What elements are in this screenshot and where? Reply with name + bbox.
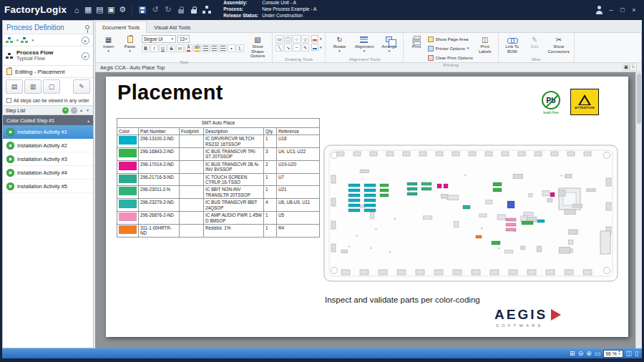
sync-back-button[interactable]: ↺ xyxy=(149,3,162,17)
chevron-down-icon: ▼ xyxy=(128,50,131,54)
print-button[interactable]: Print xyxy=(406,34,426,62)
step-item[interactable]: Installation Activity #1 xyxy=(3,125,93,139)
save-button[interactable] xyxy=(136,3,149,17)
polygon-shape-button[interactable]: ◇ xyxy=(301,35,309,43)
pin-icon[interactable] xyxy=(85,25,89,29)
font-name-select[interactable]: Segoe UI▼ xyxy=(142,35,176,43)
print-labels-button[interactable]: ◫ Print Labels xyxy=(475,34,495,62)
step-item[interactable]: Installation Activity #4 xyxy=(3,166,93,180)
font-color-button[interactable]: A xyxy=(185,44,192,52)
document-canvas[interactable]: Placement SMT Auto Place ColorPart Numbe… xyxy=(95,72,642,348)
arrange-icon xyxy=(386,36,392,42)
italic-button[interactable]: I xyxy=(150,44,158,52)
documents-icon[interactable]: ▤ xyxy=(94,5,105,14)
printer-options-button[interactable]: Printer Options▼ xyxy=(428,44,472,52)
underline-button[interactable]: U xyxy=(159,44,167,52)
user-menu-button[interactable] xyxy=(592,3,605,17)
collapse-icon[interactable]: ▴ xyxy=(87,118,89,123)
pencil-tool-button[interactable]: ✎ xyxy=(301,44,309,52)
zoom-in-icon[interactable]: ⊕ xyxy=(586,351,592,357)
step-item[interactable]: Installation Activity #3 xyxy=(3,152,93,166)
fit-page-icon[interactable]: ▯ xyxy=(635,351,638,357)
remove-step-button[interactable]: − xyxy=(71,107,77,114)
align-right-button[interactable] xyxy=(219,44,227,52)
align-center-button[interactable] xyxy=(210,44,218,52)
open-flow-icon[interactable]: ▸ xyxy=(82,52,89,60)
home-icon[interactable]: ⌂ xyxy=(71,6,82,14)
flow-edit-icon[interactable] xyxy=(23,37,26,39)
align-left-button[interactable] xyxy=(202,44,210,52)
view-steps-button[interactable]: ▤ xyxy=(6,79,23,94)
dashboard-icon[interactable]: ▦ xyxy=(82,5,94,14)
paste-button[interactable]: Paste ▼ xyxy=(120,34,140,59)
preview-button[interactable]: ▢ xyxy=(43,79,60,94)
ellipse-shape-button[interactable]: ○ xyxy=(293,35,301,43)
add-step-button[interactable]: + xyxy=(62,107,69,114)
printer-options-icon xyxy=(428,46,434,52)
insert-button[interactable]: ▦ Insert ▼ xyxy=(99,34,118,59)
rotate-button[interactable]: ↻ Rotate ▼ xyxy=(328,34,350,56)
library-icon[interactable]: ▣ xyxy=(105,5,117,14)
pan-tool-icon[interactable]: ⊞ xyxy=(570,351,575,357)
bullet-list-button[interactable]: • xyxy=(228,44,235,52)
alignment-button[interactable]: Alignment ▼ xyxy=(352,34,376,56)
sync-forward-button[interactable]: ↻ xyxy=(162,3,175,17)
settings-gear-icon[interactable]: ⚙ xyxy=(117,5,128,14)
zoom-select-icon[interactable]: ▭ xyxy=(595,351,601,357)
rectangle-shape-button[interactable]: ▭ xyxy=(275,35,283,43)
highlight-button[interactable]: ab xyxy=(193,44,201,52)
vertical-scrollbar[interactable] xyxy=(635,72,642,348)
close-button[interactable]: × xyxy=(628,6,640,14)
arrange-button[interactable]: Arrange ▼ xyxy=(378,34,400,56)
board-view-icon[interactable]: ▣ xyxy=(623,64,630,71)
move-step-down-icon[interactable]: ▼ xyxy=(86,108,90,112)
clear-print-options-button[interactable]: Clear Print Options xyxy=(428,54,472,62)
numbered-list-button[interactable]: 1. xyxy=(236,44,244,52)
fill-color-dropdown[interactable]: ▼ xyxy=(311,35,322,42)
line-color-dropdown[interactable]: ▼ xyxy=(311,44,322,51)
step-item[interactable]: Installation Activity #2 xyxy=(3,139,93,152)
unlock-button[interactable] xyxy=(175,3,187,17)
arrow-tool-button[interactable]: ↘ xyxy=(284,44,292,52)
scrollbar-thumb[interactable] xyxy=(637,74,641,124)
refresh-flow-icon[interactable]: ▸ xyxy=(82,36,89,44)
edit-document-button[interactable]: ✎ xyxy=(73,79,90,94)
step-group-header[interactable]: Color Coded Step #1 ▴ xyxy=(3,115,93,125)
edit-button[interactable]: ✎ Edit xyxy=(525,34,545,56)
process-flow-row[interactable]: Process Flow Typical Flow ▸ xyxy=(3,47,93,65)
assembly-label: Assembly: xyxy=(223,0,262,6)
flow-view-icon[interactable] xyxy=(8,37,11,39)
edit-steps-button[interactable]: ▥ xyxy=(24,79,42,94)
fill-color-icon xyxy=(311,35,318,42)
process-tree-button[interactable] xyxy=(200,3,213,17)
superscript-button[interactable]: x² xyxy=(176,44,184,52)
order-checkbox[interactable] xyxy=(6,98,11,103)
move-step-up-icon[interactable]: ▲ xyxy=(79,108,84,112)
chevron-down-icon[interactable]: ▼ xyxy=(16,39,19,42)
maximize-button[interactable]: □ xyxy=(617,6,628,14)
show-shape-options-button[interactable]: ▧ Show Shape Options xyxy=(246,34,269,59)
link-to-bom-button[interactable]: Link To BOM xyxy=(502,34,523,56)
tab-visual-aid-tools[interactable]: Visual Aid Tools xyxy=(147,21,197,32)
paste-label: Paste xyxy=(125,44,135,49)
tab-document-tools[interactable]: Document Tools xyxy=(95,21,147,33)
line-tool-button[interactable]: ╲ xyxy=(275,44,283,52)
minimize-button[interactable]: – xyxy=(605,6,617,14)
strikethrough-button[interactable]: S xyxy=(167,44,175,52)
curve-tool-button[interactable]: ~ xyxy=(293,44,301,52)
bold-button[interactable]: B xyxy=(142,44,150,52)
pcb-diagram xyxy=(323,144,620,284)
refresh-document-icon[interactable]: ↻ xyxy=(630,64,637,71)
zoom-out-icon[interactable]: ⊖ xyxy=(578,351,584,357)
show-connectors-button[interactable]: ✂ Show Connectors xyxy=(547,34,571,56)
step-item[interactable]: Installation Activity #5 xyxy=(3,180,93,193)
square-shape-button[interactable]: ▢ xyxy=(284,35,292,43)
zoom-down-icon[interactable]: ▼ xyxy=(618,353,621,356)
font-size-select[interactable]: 13▼ xyxy=(177,35,190,43)
fit-width-icon[interactable]: ◫ xyxy=(626,351,633,357)
show-page-area-button[interactable]: Show Page Area xyxy=(428,35,472,43)
zoom-level-spinner[interactable]: 96 % ▲▼ xyxy=(603,350,623,358)
chevron-down-icon[interactable]: ▼ xyxy=(31,39,34,42)
activity-icon xyxy=(6,128,14,136)
lock-button[interactable] xyxy=(187,3,200,17)
